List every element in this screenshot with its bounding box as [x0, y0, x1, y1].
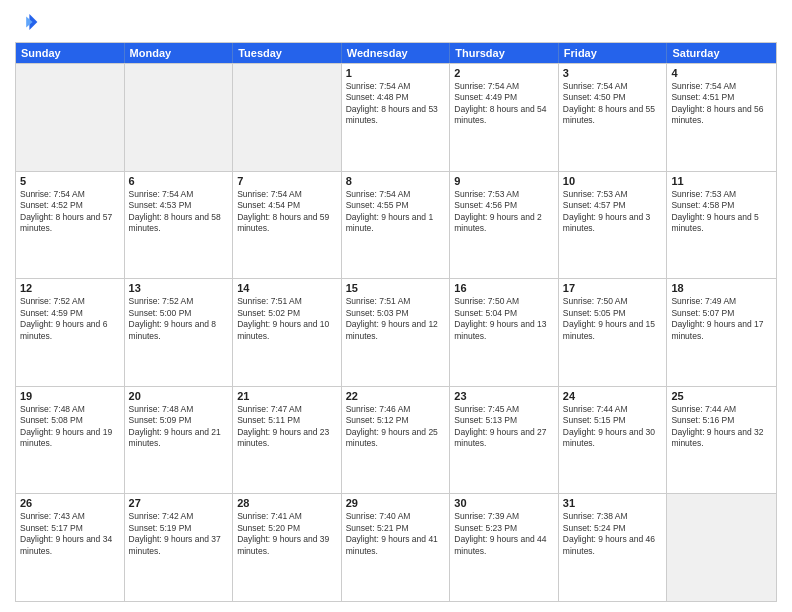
cell-info: Sunrise: 7:44 AM Sunset: 5:16 PM Dayligh…	[671, 404, 772, 450]
cell-info: Sunrise: 7:42 AM Sunset: 5:19 PM Dayligh…	[129, 511, 229, 557]
weekday-header: Tuesday	[233, 43, 342, 63]
calendar-cell	[667, 494, 776, 601]
calendar-cell: 15Sunrise: 7:51 AM Sunset: 5:03 PM Dayli…	[342, 279, 451, 386]
cell-info: Sunrise: 7:54 AM Sunset: 4:53 PM Dayligh…	[129, 189, 229, 235]
cell-info: Sunrise: 7:52 AM Sunset: 4:59 PM Dayligh…	[20, 296, 120, 342]
calendar-cell: 19Sunrise: 7:48 AM Sunset: 5:08 PM Dayli…	[16, 387, 125, 494]
day-number: 18	[671, 282, 772, 294]
weekday-header: Friday	[559, 43, 668, 63]
calendar-row: 12Sunrise: 7:52 AM Sunset: 4:59 PM Dayli…	[16, 278, 776, 386]
day-number: 12	[20, 282, 120, 294]
day-number: 16	[454, 282, 554, 294]
cell-info: Sunrise: 7:54 AM Sunset: 4:49 PM Dayligh…	[454, 81, 554, 127]
calendar-cell: 22Sunrise: 7:46 AM Sunset: 5:12 PM Dayli…	[342, 387, 451, 494]
calendar-cell: 8Sunrise: 7:54 AM Sunset: 4:55 PM Daylig…	[342, 172, 451, 279]
cell-info: Sunrise: 7:46 AM Sunset: 5:12 PM Dayligh…	[346, 404, 446, 450]
calendar-cell: 2Sunrise: 7:54 AM Sunset: 4:49 PM Daylig…	[450, 64, 559, 171]
day-number: 22	[346, 390, 446, 402]
calendar-cell: 11Sunrise: 7:53 AM Sunset: 4:58 PM Dayli…	[667, 172, 776, 279]
day-number: 13	[129, 282, 229, 294]
day-number: 3	[563, 67, 663, 79]
cell-info: Sunrise: 7:45 AM Sunset: 5:13 PM Dayligh…	[454, 404, 554, 450]
day-number: 20	[129, 390, 229, 402]
calendar-cell: 26Sunrise: 7:43 AM Sunset: 5:17 PM Dayli…	[16, 494, 125, 601]
cell-info: Sunrise: 7:49 AM Sunset: 5:07 PM Dayligh…	[671, 296, 772, 342]
cell-info: Sunrise: 7:53 AM Sunset: 4:58 PM Dayligh…	[671, 189, 772, 235]
cell-info: Sunrise: 7:40 AM Sunset: 5:21 PM Dayligh…	[346, 511, 446, 557]
cell-info: Sunrise: 7:51 AM Sunset: 5:02 PM Dayligh…	[237, 296, 337, 342]
cell-info: Sunrise: 7:41 AM Sunset: 5:20 PM Dayligh…	[237, 511, 337, 557]
calendar-row: 5Sunrise: 7:54 AM Sunset: 4:52 PM Daylig…	[16, 171, 776, 279]
calendar-cell: 28Sunrise: 7:41 AM Sunset: 5:20 PM Dayli…	[233, 494, 342, 601]
day-number: 24	[563, 390, 663, 402]
calendar-cell: 17Sunrise: 7:50 AM Sunset: 5:05 PM Dayli…	[559, 279, 668, 386]
calendar-cell: 10Sunrise: 7:53 AM Sunset: 4:57 PM Dayli…	[559, 172, 668, 279]
day-number: 7	[237, 175, 337, 187]
day-number: 1	[346, 67, 446, 79]
day-number: 25	[671, 390, 772, 402]
day-number: 15	[346, 282, 446, 294]
cell-info: Sunrise: 7:54 AM Sunset: 4:52 PM Dayligh…	[20, 189, 120, 235]
calendar-cell	[16, 64, 125, 171]
calendar-cell: 30Sunrise: 7:39 AM Sunset: 5:23 PM Dayli…	[450, 494, 559, 601]
weekday-header: Saturday	[667, 43, 776, 63]
cell-info: Sunrise: 7:50 AM Sunset: 5:04 PM Dayligh…	[454, 296, 554, 342]
weekday-header: Wednesday	[342, 43, 451, 63]
day-number: 31	[563, 497, 663, 509]
calendar-cell: 13Sunrise: 7:52 AM Sunset: 5:00 PM Dayli…	[125, 279, 234, 386]
day-number: 29	[346, 497, 446, 509]
day-number: 23	[454, 390, 554, 402]
day-number: 28	[237, 497, 337, 509]
day-number: 9	[454, 175, 554, 187]
calendar-row: 1Sunrise: 7:54 AM Sunset: 4:48 PM Daylig…	[16, 63, 776, 171]
calendar-cell: 21Sunrise: 7:47 AM Sunset: 5:11 PM Dayli…	[233, 387, 342, 494]
cell-info: Sunrise: 7:48 AM Sunset: 5:08 PM Dayligh…	[20, 404, 120, 450]
calendar-header: SundayMondayTuesdayWednesdayThursdayFrid…	[16, 43, 776, 63]
logo-icon	[15, 10, 39, 34]
calendar-cell: 9Sunrise: 7:53 AM Sunset: 4:56 PM Daylig…	[450, 172, 559, 279]
day-number: 11	[671, 175, 772, 187]
cell-info: Sunrise: 7:54 AM Sunset: 4:55 PM Dayligh…	[346, 189, 446, 235]
day-number: 14	[237, 282, 337, 294]
calendar-cell: 29Sunrise: 7:40 AM Sunset: 5:21 PM Dayli…	[342, 494, 451, 601]
day-number: 26	[20, 497, 120, 509]
calendar-cell: 18Sunrise: 7:49 AM Sunset: 5:07 PM Dayli…	[667, 279, 776, 386]
calendar-cell	[233, 64, 342, 171]
weekday-header: Sunday	[16, 43, 125, 63]
weekday-header: Monday	[125, 43, 234, 63]
weekday-header: Thursday	[450, 43, 559, 63]
cell-info: Sunrise: 7:48 AM Sunset: 5:09 PM Dayligh…	[129, 404, 229, 450]
calendar-cell: 14Sunrise: 7:51 AM Sunset: 5:02 PM Dayli…	[233, 279, 342, 386]
day-number: 19	[20, 390, 120, 402]
cell-info: Sunrise: 7:54 AM Sunset: 4:54 PM Dayligh…	[237, 189, 337, 235]
calendar-cell: 23Sunrise: 7:45 AM Sunset: 5:13 PM Dayli…	[450, 387, 559, 494]
calendar-cell: 31Sunrise: 7:38 AM Sunset: 5:24 PM Dayli…	[559, 494, 668, 601]
calendar-cell: 20Sunrise: 7:48 AM Sunset: 5:09 PM Dayli…	[125, 387, 234, 494]
calendar-cell: 4Sunrise: 7:54 AM Sunset: 4:51 PM Daylig…	[667, 64, 776, 171]
page-header	[15, 10, 777, 34]
calendar-cell: 6Sunrise: 7:54 AM Sunset: 4:53 PM Daylig…	[125, 172, 234, 279]
cell-info: Sunrise: 7:50 AM Sunset: 5:05 PM Dayligh…	[563, 296, 663, 342]
cell-info: Sunrise: 7:47 AM Sunset: 5:11 PM Dayligh…	[237, 404, 337, 450]
cell-info: Sunrise: 7:54 AM Sunset: 4:48 PM Dayligh…	[346, 81, 446, 127]
cell-info: Sunrise: 7:44 AM Sunset: 5:15 PM Dayligh…	[563, 404, 663, 450]
day-number: 4	[671, 67, 772, 79]
cell-info: Sunrise: 7:53 AM Sunset: 4:57 PM Dayligh…	[563, 189, 663, 235]
calendar-cell: 16Sunrise: 7:50 AM Sunset: 5:04 PM Dayli…	[450, 279, 559, 386]
cell-info: Sunrise: 7:51 AM Sunset: 5:03 PM Dayligh…	[346, 296, 446, 342]
calendar-cell: 25Sunrise: 7:44 AM Sunset: 5:16 PM Dayli…	[667, 387, 776, 494]
day-number: 21	[237, 390, 337, 402]
calendar-cell: 7Sunrise: 7:54 AM Sunset: 4:54 PM Daylig…	[233, 172, 342, 279]
calendar-row: 26Sunrise: 7:43 AM Sunset: 5:17 PM Dayli…	[16, 493, 776, 601]
calendar-cell: 12Sunrise: 7:52 AM Sunset: 4:59 PM Dayli…	[16, 279, 125, 386]
calendar-cell: 5Sunrise: 7:54 AM Sunset: 4:52 PM Daylig…	[16, 172, 125, 279]
day-number: 10	[563, 175, 663, 187]
calendar-row: 19Sunrise: 7:48 AM Sunset: 5:08 PM Dayli…	[16, 386, 776, 494]
day-number: 27	[129, 497, 229, 509]
cell-info: Sunrise: 7:38 AM Sunset: 5:24 PM Dayligh…	[563, 511, 663, 557]
calendar-cell: 3Sunrise: 7:54 AM Sunset: 4:50 PM Daylig…	[559, 64, 668, 171]
day-number: 17	[563, 282, 663, 294]
logo	[15, 10, 43, 34]
cell-info: Sunrise: 7:53 AM Sunset: 4:56 PM Dayligh…	[454, 189, 554, 235]
cell-info: Sunrise: 7:52 AM Sunset: 5:00 PM Dayligh…	[129, 296, 229, 342]
